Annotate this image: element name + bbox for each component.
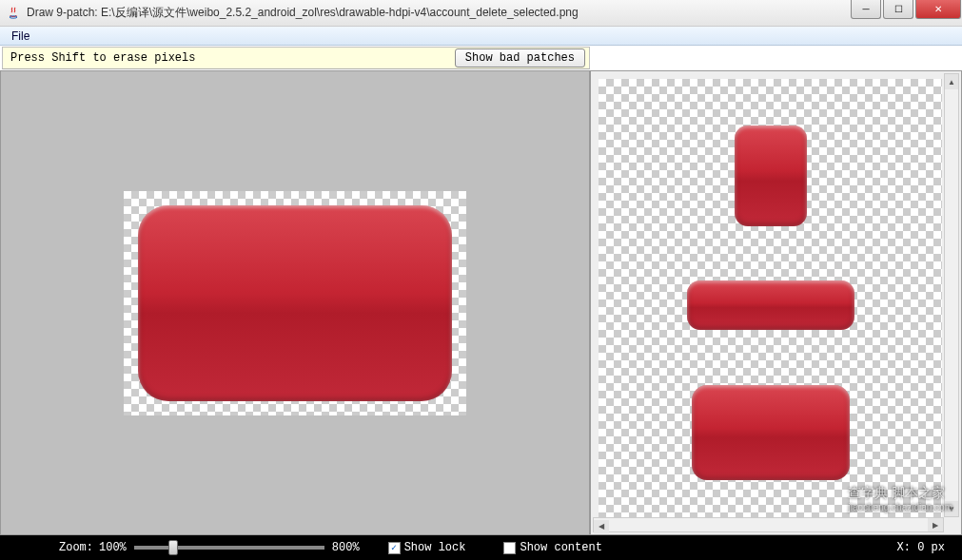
show-lock-label: Show lock xyxy=(404,541,466,554)
zoom-slider-thumb[interactable] xyxy=(168,540,178,555)
preview-panel: ▲ ▼ ◀ ▶ xyxy=(590,70,962,535)
menubar: File xyxy=(0,27,962,46)
preview-scrollbar-horizontal[interactable]: ◀ ▶ xyxy=(593,517,944,532)
show-content-label: Show content xyxy=(520,541,601,554)
show-lock-checkbox[interactable]: ✓ xyxy=(388,542,401,554)
scroll-down-icon[interactable]: ▼ xyxy=(945,501,958,516)
show-content-checkbox[interactable] xyxy=(503,542,516,554)
java-icon xyxy=(6,6,21,21)
menu-file[interactable]: File xyxy=(4,28,37,45)
edit-canvas[interactable] xyxy=(124,191,466,415)
close-button[interactable]: ✕ xyxy=(915,0,961,19)
nine-patch-image xyxy=(138,205,452,401)
hint-toolbar: Press Shift to erase pixels Show bad pat… xyxy=(2,47,590,69)
preview-scrollbar-vertical[interactable]: ▲ ▼ xyxy=(944,73,959,517)
preview-stretch-both xyxy=(692,385,850,480)
zoom-max: 800% xyxy=(332,541,360,554)
window-controls: ─ ☐ ✕ xyxy=(850,0,962,26)
scroll-left-icon[interactable]: ◀ xyxy=(594,520,609,533)
hint-text: Press Shift to erase pixels xyxy=(7,51,195,65)
preview-stretch-vertical xyxy=(735,126,807,226)
scroll-up-icon[interactable]: ▲ xyxy=(945,74,958,89)
scroll-right-icon[interactable]: ▶ xyxy=(928,518,943,531)
edit-panel[interactable] xyxy=(0,70,590,535)
zoom-label: Zoom: xyxy=(8,541,93,554)
cursor-coordinates: X: 0 px xyxy=(897,541,945,554)
window-titlebar: Draw 9-patch: E:\反编译\源文件\weibo_2.5.2_and… xyxy=(0,0,962,27)
window-title: Draw 9-patch: E:\反编译\源文件\weibo_2.5.2_and… xyxy=(27,5,850,21)
maximize-button[interactable]: ☐ xyxy=(883,0,913,19)
show-bad-patches-button[interactable]: Show bad patches xyxy=(455,48,585,68)
zoom-slider[interactable] xyxy=(134,546,324,550)
main-area: ▲ ▼ ◀ ▶ xyxy=(0,70,962,535)
preview-stretch-horizontal xyxy=(687,280,854,330)
zoom-min: 100% xyxy=(99,541,127,554)
minimize-button[interactable]: ─ xyxy=(851,0,881,19)
bottom-bar: Zoom: 100% 800% ✓ Show lock Show content… xyxy=(0,535,962,560)
preview-canvas xyxy=(599,79,942,527)
